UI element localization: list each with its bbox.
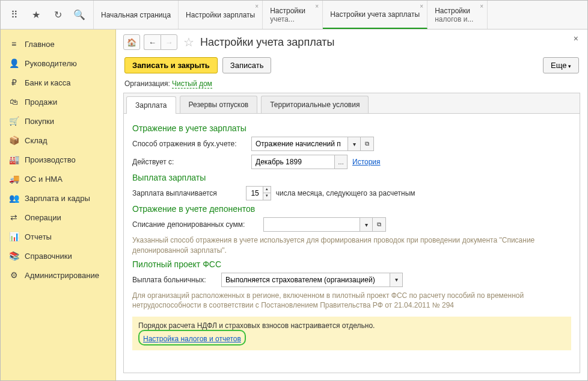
sidebar-item-operations[interactable]: ⇄Операции [1, 208, 115, 227]
sidebar-item-label: Главное [25, 40, 55, 49]
box-icon: 📦 [9, 135, 19, 145]
forward-button[interactable]: → [161, 34, 177, 50]
books-icon: 📚 [9, 251, 19, 261]
close-icon[interactable]: × [255, 3, 259, 10]
sidebar: ≡Главное 👤Руководителю ₽Банк и касса 🛍Пр… [1, 29, 116, 380]
sidebar-item-label: Отчеты [25, 232, 52, 241]
pay-day-input[interactable] [246, 186, 263, 200]
home-button[interactable]: 🏠 [123, 34, 140, 50]
org-label: Организация: [124, 79, 170, 88]
sidebar-item-label: Администрирование [25, 271, 99, 280]
dropdown-button[interactable]: ▾ [360, 217, 373, 232]
section-salary-accounting: Отражение в учете зарплаты [132, 123, 571, 133]
menu-icon: ≡ [9, 39, 19, 49]
close-form-button[interactable]: × [574, 34, 578, 43]
sidebar-item-reports[interactable]: 📊Отчеты [1, 227, 115, 246]
sidebar-item-label: Зарплата и кадры [25, 194, 90, 203]
sidebar-item-label: Склад [25, 136, 47, 145]
form-tab-territory[interactable]: Территориальные условия [261, 96, 369, 113]
open-button[interactable]: ⧉ [373, 217, 386, 232]
truck-icon: 🚚 [9, 174, 19, 184]
deponent-writeoff-label: Списание депонированных сумм: [132, 220, 259, 229]
gear-icon: ⚙ [9, 270, 19, 280]
close-icon[interactable]: × [420, 3, 423, 10]
tab-label: Начальная страница [101, 11, 171, 19]
history-icon[interactable]: ↻ [49, 6, 67, 24]
save-close-button[interactable]: Записать и закрыть [124, 57, 218, 73]
open-button[interactable]: ⧉ [361, 137, 374, 151]
sidebar-item-salary-hr[interactable]: 👥Зарплата и кадры [1, 188, 115, 208]
section-salary-payment: Выплата зарплаты [132, 173, 571, 182]
chart-icon: 📊 [9, 232, 19, 241]
back-button[interactable]: ← [144, 34, 161, 50]
people-icon: 👥 [9, 193, 19, 203]
pay-day-label: Зарплата выплачивается [132, 189, 217, 197]
sidebar-item-warehouse[interactable]: 📦Склад [1, 131, 115, 150]
tab-tax-settings[interactable]: Настройки налогов и... × [427, 1, 488, 29]
sidebar-item-label: Справочники [25, 252, 72, 261]
sidebar-item-label: Операции [25, 213, 61, 222]
sidebar-item-manager[interactable]: 👤Руководителю [1, 54, 115, 73]
tax-settings-link[interactable]: Настройка налогов и отчетов [143, 335, 241, 343]
search-icon[interactable]: 🔍 [70, 6, 88, 24]
sidebar-item-sales[interactable]: 🛍Продажи [1, 92, 115, 111]
fss-hint: Для организаций расположенных в регионе,… [132, 291, 571, 311]
dropdown-button[interactable]: ▾ [348, 137, 361, 151]
factory-icon: 🏭 [9, 155, 19, 164]
sidebar-item-bank[interactable]: ₽Банк и касса [1, 73, 115, 92]
accounting-method-input[interactable] [251, 137, 348, 151]
tab-label: Настройки зарплаты [186, 11, 255, 19]
select-button[interactable]: … [334, 155, 348, 169]
sidebar-item-label: Продажи [25, 98, 57, 107]
sick-pay-label: Выплата больничных: [132, 276, 216, 284]
section-deponents: Отражение в учете депонентов [132, 204, 571, 214]
bag-icon: 🛍 [9, 97, 19, 107]
deponent-hint: Указанный способ отражения в учете испол… [132, 235, 571, 256]
tab-label: Настройки учета зарплаты [330, 10, 420, 19]
effective-from-label: Действует с: [132, 158, 247, 166]
tab-salary-accounting-settings[interactable]: Настройки учета зарплаты × [323, 1, 427, 29]
sidebar-item-production[interactable]: 🏭Производство [1, 150, 115, 169]
sidebar-item-admin[interactable]: ⚙Администрирование [1, 265, 115, 285]
history-link[interactable]: История [352, 158, 381, 166]
tab-label: Настройки [270, 7, 315, 15]
sick-pay-input[interactable] [221, 273, 390, 287]
favorite-icon[interactable]: ☆ [183, 35, 194, 49]
apps-icon[interactable]: ⠿ [5, 6, 23, 24]
more-button[interactable]: Еще [543, 57, 579, 73]
close-icon[interactable]: × [480, 3, 483, 10]
deponent-writeoff-input[interactable] [263, 217, 360, 232]
tab-label-2: учета... [270, 15, 315, 23]
close-icon[interactable]: × [315, 3, 319, 10]
swap-icon: ⇄ [9, 212, 19, 222]
page-title: Настройки учета зарплаты [200, 36, 334, 49]
info-box: Порядок расчета НДФЛ и страховых взносов… [132, 317, 571, 350]
org-link[interactable]: Чистый дом [172, 79, 212, 88]
cart-icon: 🛒 [9, 116, 19, 126]
tab-label: Настройки [435, 7, 480, 15]
save-button[interactable]: Записать [222, 57, 272, 73]
form-tab-salary[interactable]: Зарплата [126, 96, 176, 114]
spin-up-button[interactable]: ▴ [263, 186, 271, 193]
tab-salary-settings[interactable]: Настройки зарплаты × [179, 1, 263, 29]
tab-label-2: налогов и... [435, 15, 480, 23]
tab-home[interactable]: Начальная страница [94, 1, 179, 29]
document-tabs: Начальная страница Настройки зарплаты × … [94, 1, 587, 29]
form-tab-reserves[interactable]: Резервы отпусков [180, 96, 258, 113]
sidebar-item-directories[interactable]: 📚Справочники [1, 246, 115, 265]
star-icon[interactable]: ★ [27, 6, 45, 24]
sidebar-item-purchases[interactable]: 🛒Покупки [1, 111, 115, 131]
sidebar-item-label: Производство [25, 155, 76, 164]
person-icon: 👤 [9, 58, 19, 68]
section-fss-pilot: Пилотный проект ФСС [132, 259, 571, 269]
sidebar-item-main[interactable]: ≡Главное [1, 34, 115, 54]
sidebar-item-assets[interactable]: 🚚ОС и НМА [1, 169, 115, 188]
effective-from-input[interactable] [251, 155, 334, 169]
sidebar-item-label: ОС и НМА [25, 175, 63, 184]
sidebar-item-label: Покупки [25, 117, 54, 126]
sidebar-item-label: Банк и касса [25, 78, 71, 87]
dropdown-button[interactable]: ▾ [390, 273, 403, 287]
spin-down-button[interactable]: ▾ [263, 193, 271, 200]
tab-accounting-settings[interactable]: Настройки учета... × [263, 1, 323, 29]
pay-day-suffix: числа месяца, следующего за расчетным [276, 189, 415, 197]
